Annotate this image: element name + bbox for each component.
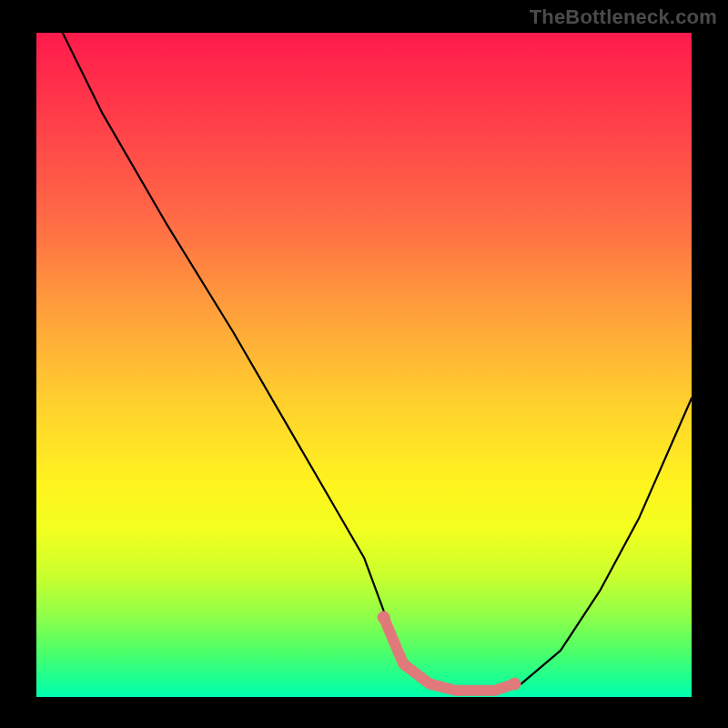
plateau-dot — [509, 677, 521, 690]
curve-layer — [36, 33, 692, 697]
chart-stage: TheBottleneck.com — [0, 0, 728, 728]
main-curve — [63, 33, 692, 691]
plateau-highlight — [378, 611, 521, 690]
plateau-dot — [378, 611, 390, 623]
plateau-stroke — [384, 617, 515, 690]
plot-area — [36, 33, 692, 697]
attribution-text: TheBottleneck.com — [530, 5, 717, 29]
